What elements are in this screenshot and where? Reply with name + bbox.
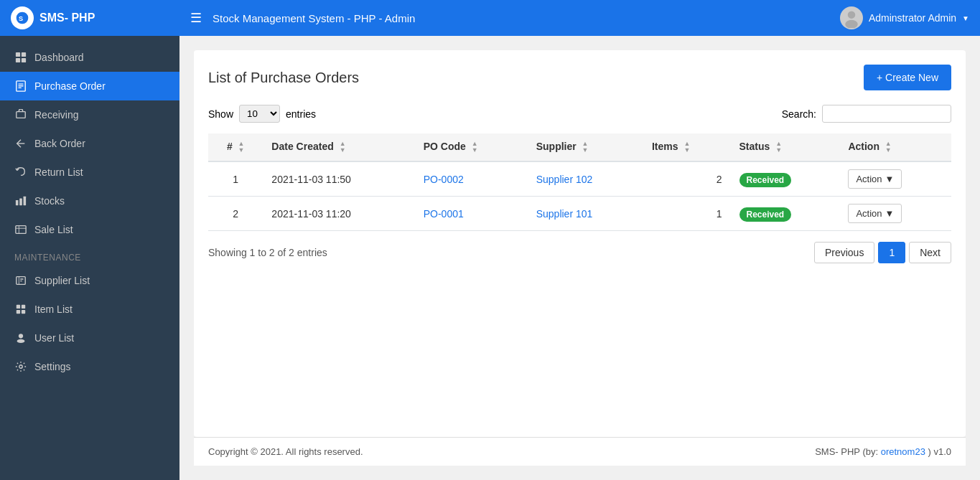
sidebar-item-user-list[interactable]: User List	[0, 324, 179, 352]
show-entries: Show 10 25 50 100 entries	[208, 105, 316, 123]
sidebar-item-receiving[interactable]: Receiving	[0, 100, 179, 129]
sidebar-label-receiving: Receiving	[34, 109, 78, 121]
row2-po-code: PO-0001	[415, 197, 528, 231]
sidebar-label-supplier-list: Supplier List	[34, 275, 90, 286]
sidebar-label-user-list: User List	[34, 332, 74, 344]
svg-rect-14	[19, 198, 22, 205]
entries-label: entries	[286, 108, 316, 120]
sidebar: Dashboard Purchase Order Receiving	[0, 36, 179, 480]
svg-rect-16	[16, 226, 26, 234]
svg-rect-10	[18, 85, 23, 86]
sidebar-item-stocks[interactable]: Stocks	[0, 187, 179, 215]
layout: Dashboard Purchase Order Receiving	[0, 36, 980, 480]
svg-point-3	[845, 20, 858, 28]
table-row: 2 2021-11-03 11:20 PO-0001 Supplier 101 …	[208, 197, 951, 231]
sidebar-item-supplier-list[interactable]: Supplier List	[0, 266, 179, 295]
sort-po-icon: ▲▼	[472, 141, 478, 154]
col-header-items[interactable]: Items ▲▼	[643, 133, 731, 161]
row1-supplier-link[interactable]: Supplier 102	[536, 174, 593, 185]
svg-rect-21	[22, 305, 25, 309]
show-label: Show	[208, 108, 233, 120]
main-content: List of Purchase Orders + Create New Sho…	[179, 36, 980, 480]
svg-rect-11	[18, 88, 21, 88]
sidebar-label-item-list: Item List	[34, 303, 73, 315]
sidebar-item-dashboard[interactable]: Dashboard	[0, 43, 179, 72]
table-controls: Show 10 25 50 100 entries Search:	[208, 105, 951, 123]
sidebar-item-sale-list[interactable]: Sale List	[0, 215, 179, 244]
sidebar-item-purchase-order[interactable]: Purchase Order	[0, 72, 179, 100]
purchase-orders-table: # ▲▼ Date Created ▲▼ PO Code ▲▼ Supplier	[208, 133, 951, 231]
sort-supplier-icon: ▲▼	[582, 141, 589, 154]
admin-dropdown-arrow[interactable]: ▼	[962, 14, 969, 22]
row2-date-created: 2021-11-03 11:20	[263, 197, 414, 231]
svg-rect-20	[17, 305, 20, 309]
svg-rect-9	[18, 83, 23, 84]
col-header-action[interactable]: Action ▲▼	[839, 133, 951, 161]
search-input[interactable]	[822, 105, 951, 123]
row1-num: 1	[208, 161, 263, 197]
col-header-supplier[interactable]: Supplier ▲▼	[528, 133, 643, 161]
row2-status: Received	[731, 197, 840, 231]
page-title: List of Purchase Orders	[208, 70, 359, 86]
hamburger-icon[interactable]: ☰	[190, 10, 202, 26]
row1-action-button[interactable]: Action ▼	[848, 169, 902, 189]
row1-supplier: Supplier 102	[528, 161, 643, 197]
sidebar-item-back-order[interactable]: Back Order	[0, 129, 179, 158]
content-card: List of Purchase Orders + Create New Sho…	[194, 50, 966, 437]
row2-supplier-link[interactable]: Supplier 101	[536, 208, 593, 220]
sort-items-icon: ▲▼	[683, 141, 690, 154]
svg-rect-12	[17, 112, 25, 118]
supplier-list-icon	[14, 274, 27, 287]
sidebar-label-settings: Settings	[34, 361, 71, 372]
svg-point-2	[848, 11, 856, 19]
sidebar-label-return-list: Return List	[34, 166, 83, 178]
dashboard-icon	[14, 51, 27, 64]
table-header-row: # ▲▼ Date Created ▲▼ PO Code ▲▼ Supplier	[208, 133, 951, 161]
next-button[interactable]: Next	[909, 242, 951, 263]
row1-date-created: 2021-11-03 11:50	[263, 161, 414, 197]
svg-rect-19	[20, 281, 22, 281]
footer-credits-link[interactable]: oretnom23	[881, 446, 925, 457]
system-title: Stock Management System - PHP - Admin	[213, 12, 415, 24]
settings-icon	[14, 360, 27, 373]
back-order-icon	[14, 137, 27, 150]
col-header-po-code[interactable]: PO Code ▲▼	[415, 133, 528, 161]
topbar-right: Adminstrator Admin ▼	[840, 6, 969, 29]
entries-select[interactable]: 10 25 50 100	[239, 105, 280, 123]
page-footer: Copyright © 2021. All rights reserved. S…	[194, 437, 966, 466]
svg-rect-15	[24, 197, 27, 205]
page-1-button[interactable]: 1	[878, 242, 905, 263]
receiving-icon	[14, 108, 27, 121]
create-new-button[interactable]: + Create New	[864, 65, 951, 90]
card-header: List of Purchase Orders + Create New	[208, 65, 951, 90]
sidebar-item-settings[interactable]: Settings	[0, 352, 179, 381]
sidebar-item-item-list[interactable]: Item List	[0, 295, 179, 324]
sort-action-icon: ▲▼	[885, 141, 892, 154]
row2-num: 2	[208, 197, 263, 231]
svg-point-24	[19, 334, 23, 338]
svg-text:S: S	[19, 15, 23, 22]
svg-rect-4	[16, 52, 20, 57]
previous-button[interactable]: Previous	[814, 242, 874, 263]
col-header-date-created[interactable]: Date Created ▲▼	[263, 133, 414, 161]
row2-action: Action ▼	[839, 197, 951, 231]
col-header-status[interactable]: Status ▲▼	[731, 133, 840, 161]
row2-po-link[interactable]: PO-0001	[424, 208, 464, 220]
maintenance-header: Maintenance	[0, 244, 179, 266]
svg-rect-6	[16, 58, 20, 62]
sort-status-icon: ▲▼	[775, 141, 782, 154]
row1-items: 2	[643, 161, 731, 197]
col-header-hash[interactable]: # ▲▼	[208, 133, 263, 161]
row2-status-badge: Received	[739, 207, 792, 222]
row1-po-link[interactable]: PO-0002	[424, 174, 464, 185]
footer-copyright: Copyright © 2021. All rights reserved.	[208, 446, 363, 457]
logo-icon: S	[11, 6, 34, 29]
svg-rect-23	[22, 310, 25, 314]
sidebar-label-sale-list: Sale List	[34, 224, 73, 235]
stocks-icon	[14, 194, 27, 207]
row2-action-button[interactable]: Action ▼	[848, 204, 902, 223]
sidebar-label-stocks: Stocks	[34, 195, 65, 207]
app-name: SMS- PHP	[39, 11, 95, 24]
sidebar-item-return-list[interactable]: Return List	[0, 158, 179, 187]
svg-rect-18	[20, 278, 23, 279]
